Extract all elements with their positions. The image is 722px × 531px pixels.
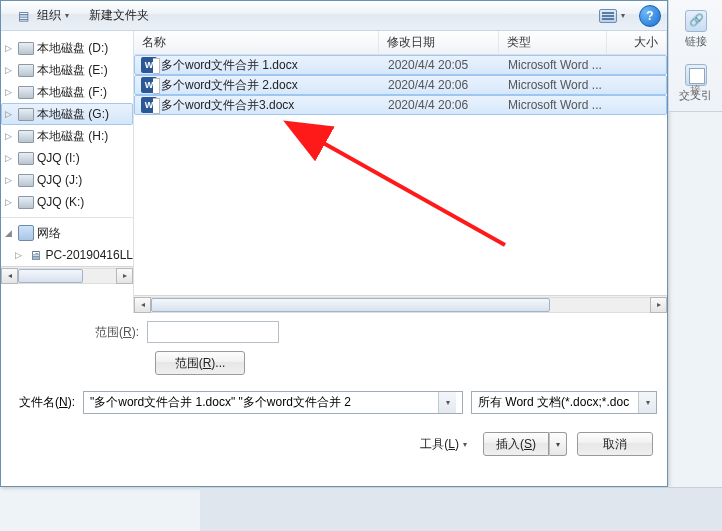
filename-dropdown-icon[interactable]: ▾ <box>438 392 456 413</box>
list-h-scrollbar[interactable]: ◂ ▸ <box>134 295 667 313</box>
tree-label: 网络 <box>37 225 61 242</box>
scroll-thumb[interactable] <box>151 298 550 312</box>
file-date: 2020/4/4 20:06 <box>380 78 500 92</box>
word-doc-icon <box>141 77 157 93</box>
dropdown-caret-icon: ▾ <box>65 11 69 20</box>
help-icon: ? <box>646 9 653 23</box>
drive-icon <box>18 106 34 122</box>
range-input[interactable] <box>147 321 279 343</box>
drive-icon <box>18 84 34 100</box>
drive-icon <box>18 150 34 166</box>
tree-label: 本地磁盘 (E:) <box>37 62 108 79</box>
file-row[interactable]: 多个word文件合并 1.docx 2020/4/4 20:05 Microso… <box>134 55 667 75</box>
tree-drive-item[interactable]: ▷ 本地磁盘 (G:) <box>1 103 133 125</box>
background-fill <box>200 487 722 531</box>
file-open-dialog: 组织 ▾ 新建文件夹 ▾ ? ▷ 本地磁盘 (D:)▷ 本地磁盘 (E:)▷ 本… <box>0 0 668 487</box>
filename-value: "多个word文件合并 1.docx" "多个word文件合并 2 <box>90 394 438 411</box>
expand-icon[interactable]: ▷ <box>5 175 15 185</box>
tree-drive-item[interactable]: ▷ QJQ (K:) <box>1 191 133 213</box>
scroll-thumb[interactable] <box>18 269 83 283</box>
expand-icon[interactable]: ◢ <box>5 228 15 238</box>
view-options-button[interactable]: ▾ <box>593 7 631 25</box>
file-date: 2020/4/4 20:05 <box>380 58 500 72</box>
scroll-left-button[interactable]: ◂ <box>134 297 151 313</box>
organize-label: 组织 <box>37 7 61 24</box>
tree-pc[interactable]: ▷ PC-20190416LL <box>1 244 133 266</box>
column-headers: 名称 修改日期 类型 大小 <box>134 31 667 55</box>
insert-split-button: 插入(S) ▾ <box>483 432 567 456</box>
tree-drive-item[interactable]: ▷ 本地磁盘 (H:) <box>1 125 133 147</box>
views-icon <box>599 9 617 23</box>
tree-drive-item[interactable]: ▷ 本地磁盘 (D:) <box>1 37 133 59</box>
tree-label: PC-20190416LL <box>46 248 133 262</box>
expand-icon[interactable]: ▷ <box>5 131 15 141</box>
scroll-right-button[interactable]: ▸ <box>116 268 133 284</box>
drive-icon <box>18 40 34 56</box>
new-folder-label: 新建文件夹 <box>89 7 149 24</box>
file-name: 多个word文件合并3.docx <box>161 97 294 114</box>
tree-drive-item[interactable]: ▷ 本地磁盘 (E:) <box>1 59 133 81</box>
drive-icon <box>18 172 34 188</box>
filename-label: 文件名(N): <box>11 394 75 411</box>
computer-icon <box>27 247 42 263</box>
ribbon-links[interactable]: 链接 <box>669 0 722 54</box>
file-row[interactable]: 多个word文件合并 2.docx 2020/4/4 20:06 Microso… <box>134 75 667 95</box>
filter-dropdown-icon[interactable]: ▾ <box>638 392 656 413</box>
filename-input[interactable]: "多个word文件合并 1.docx" "多个word文件合并 2 ▾ <box>83 391 463 414</box>
dropdown-caret-icon: ▾ <box>621 11 625 20</box>
drive-icon <box>18 62 34 78</box>
col-date[interactable]: 修改日期 <box>379 31 499 54</box>
organize-icon <box>13 7 33 25</box>
col-type[interactable]: 类型 <box>499 31 607 54</box>
drive-icon <box>18 194 34 210</box>
tree-drive-item[interactable]: ▷ QJQ (J:) <box>1 169 133 191</box>
tree-label: 本地磁盘 (D:) <box>37 40 108 57</box>
tree-label: 本地磁盘 (F:) <box>37 84 107 101</box>
file-date: 2020/4/4 20:06 <box>380 98 500 112</box>
expand-icon[interactable]: ▷ <box>5 197 15 207</box>
dialog-toolbar: 组织 ▾ 新建文件夹 ▾ ? <box>1 1 667 31</box>
tree-label: QJQ (K:) <box>37 195 84 209</box>
insert-dropdown[interactable]: ▾ <box>549 432 567 456</box>
tree-network[interactable]: ◢ 网络 <box>1 222 133 244</box>
word-doc-icon <box>141 57 157 73</box>
tree-drive-item[interactable]: ▷ QJQ (I:) <box>1 147 133 169</box>
help-button[interactable]: ? <box>639 5 661 27</box>
tree-label: 本地磁盘 (G:) <box>37 106 109 123</box>
file-name: 多个word文件合并 1.docx <box>161 57 298 74</box>
expand-icon[interactable]: ▷ <box>5 87 15 97</box>
expand-icon[interactable]: ▷ <box>5 153 15 163</box>
expand-icon[interactable]: ▷ <box>15 250 24 260</box>
dropdown-caret-icon: ▾ <box>463 440 467 449</box>
scroll-left-button[interactable]: ◂ <box>1 268 18 284</box>
drive-icon <box>18 128 34 144</box>
file-type: Microsoft Word ... <box>500 58 608 72</box>
ribbon-links-grp: 接 <box>668 80 722 100</box>
new-folder-button[interactable]: 新建文件夹 <box>83 5 155 26</box>
link-icon <box>685 10 707 32</box>
col-name[interactable]: 名称 <box>134 31 379 54</box>
tools-button[interactable]: 工具(L) ▾ <box>420 436 467 453</box>
tree-drive-item[interactable]: ▷ 本地磁盘 (F:) <box>1 81 133 103</box>
scroll-right-button[interactable]: ▸ <box>650 297 667 313</box>
range-button[interactable]: 范围(R)... <box>155 351 245 375</box>
file-type: Microsoft Word ... <box>500 78 608 92</box>
tree-label: 本地磁盘 (H:) <box>37 128 108 145</box>
cancel-button[interactable]: 取消 <box>577 432 653 456</box>
file-row[interactable]: 多个word文件合并3.docx 2020/4/4 20:06 Microsof… <box>134 95 667 115</box>
tree-label: QJQ (J:) <box>37 173 82 187</box>
expand-icon[interactable]: ▷ <box>5 65 15 75</box>
organize-button[interactable]: 组织 ▾ <box>7 5 75 27</box>
expand-icon[interactable]: ▷ <box>5 43 15 53</box>
folder-tree[interactable]: ▷ 本地磁盘 (D:)▷ 本地磁盘 (E:)▷ 本地磁盘 (F:)▷ 本地磁盘 … <box>1 31 134 313</box>
file-name: 多个word文件合并 2.docx <box>161 77 298 94</box>
file-type-filter[interactable]: 所有 Word 文档(*.docx;*.doc ▾ <box>471 391 657 414</box>
file-type: Microsoft Word ... <box>500 98 608 112</box>
col-size[interactable]: 大小 <box>607 31 667 54</box>
file-list[interactable]: 多个word文件合并 1.docx 2020/4/4 20:05 Microso… <box>134 55 667 295</box>
tree-h-scrollbar[interactable]: ◂ ▸ <box>1 266 133 284</box>
tree-label: QJQ (I:) <box>37 151 80 165</box>
insert-button[interactable]: 插入(S) <box>483 432 549 456</box>
expand-icon[interactable]: ▷ <box>5 109 15 119</box>
file-list-pane: 名称 修改日期 类型 大小 多个word文件合并 1.docx 2020/4/4… <box>134 31 667 313</box>
